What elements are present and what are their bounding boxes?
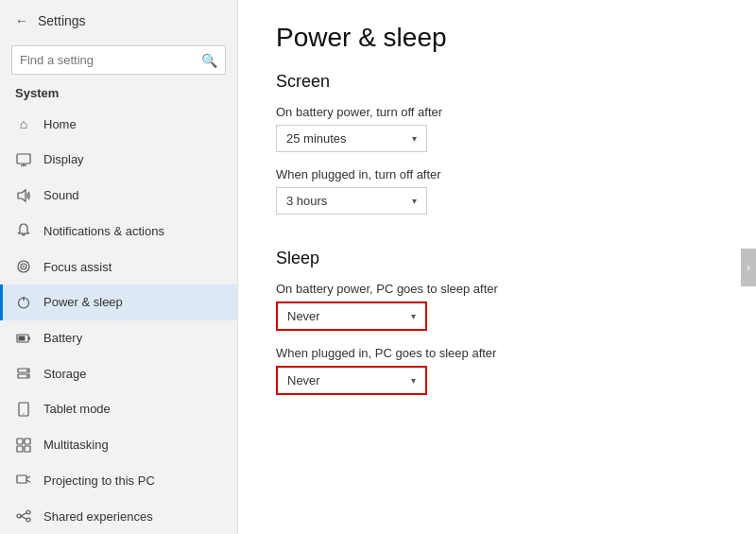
svg-line-28 bbox=[21, 513, 26, 516]
svg-point-14 bbox=[26, 370, 28, 371]
focus-icon bbox=[15, 258, 32, 275]
sidebar-item-label: Display bbox=[43, 152, 84, 166]
sidebar-item-label: Storage bbox=[43, 367, 87, 381]
svg-line-23 bbox=[26, 476, 30, 478]
page-title: Power & sleep bbox=[276, 23, 718, 53]
svg-rect-22 bbox=[17, 475, 26, 483]
back-button[interactable]: ← bbox=[15, 13, 28, 28]
search-icon[interactable]: 🔍 bbox=[201, 53, 217, 68]
svg-point-26 bbox=[26, 510, 30, 514]
screen-plugged-value: 3 hours bbox=[286, 194, 327, 208]
chevron-down-icon: ▾ bbox=[411, 375, 416, 386]
sidebar-item-label: Power & sleep bbox=[43, 295, 123, 309]
sidebar-header: ← Settings bbox=[0, 0, 237, 42]
sleep-plugged-value: Never bbox=[287, 373, 320, 388]
sidebar-item-label: Shared experiences bbox=[43, 509, 153, 524]
multitasking-icon bbox=[15, 437, 32, 454]
sidebar-item-storage[interactable]: Storage bbox=[0, 355, 237, 391]
sleep-battery-label: On battery power, PC goes to sleep after bbox=[276, 282, 718, 296]
screen-battery-label: On battery power, turn off after bbox=[276, 105, 718, 119]
svg-point-25 bbox=[17, 514, 21, 518]
svg-point-6 bbox=[23, 266, 25, 267]
sidebar-item-battery[interactable]: Battery bbox=[0, 320, 237, 356]
sidebar-item-label: Sound bbox=[43, 188, 79, 202]
sidebar-title: Settings bbox=[38, 13, 86, 28]
svg-point-27 bbox=[26, 518, 30, 522]
sleep-plugged-setting: When plugged in, PC goes to sleep after … bbox=[276, 346, 718, 395]
sidebar-item-projecting[interactable]: Projecting to this PC bbox=[0, 463, 237, 499]
sidebar-item-home[interactable]: ⌂ Home bbox=[0, 106, 237, 142]
chevron-down-icon: ▾ bbox=[411, 311, 416, 321]
tablet-icon bbox=[15, 401, 32, 418]
svg-rect-20 bbox=[17, 446, 23, 452]
sidebar-item-sound[interactable]: Sound bbox=[0, 178, 237, 214]
sidebar-item-label: Tablet mode bbox=[43, 402, 111, 416]
screen-plugged-setting: When plugged in, turn off after 3 hours … bbox=[276, 167, 718, 215]
sleep-battery-setting: On battery power, PC goes to sleep after… bbox=[276, 282, 718, 331]
screen-section-title: Screen bbox=[276, 72, 718, 92]
svg-rect-19 bbox=[25, 439, 30, 444]
sidebar-item-power[interactable]: Power & sleep bbox=[0, 284, 237, 320]
sidebar-item-label: Home bbox=[43, 117, 77, 131]
search-box[interactable]: 🔍 bbox=[11, 45, 226, 76]
svg-rect-21 bbox=[25, 446, 30, 452]
screen-plugged-dropdown[interactable]: 3 hours ▾ bbox=[276, 187, 427, 215]
search-input[interactable] bbox=[20, 53, 201, 67]
sidebar-item-label: Battery bbox=[43, 331, 82, 345]
storage-icon bbox=[15, 365, 32, 382]
expand-panel-button[interactable]: › bbox=[741, 249, 756, 286]
sleep-battery-dropdown[interactable]: Never ▾ bbox=[276, 301, 427, 331]
battery-icon bbox=[15, 330, 32, 347]
svg-rect-11 bbox=[19, 336, 26, 340]
sidebar-item-label: Notifications & actions bbox=[43, 224, 164, 238]
screen-battery-setting: On battery power, turn off after 25 minu… bbox=[276, 105, 718, 152]
sidebar-item-label: Multitasking bbox=[43, 438, 109, 452]
svg-rect-18 bbox=[17, 439, 23, 444]
chevron-down-icon: ▾ bbox=[412, 196, 417, 206]
main-content: Power & sleep Screen On battery power, t… bbox=[238, 0, 756, 534]
sidebar-item-shared[interactable]: Shared experiences bbox=[0, 498, 237, 534]
screen-plugged-label: When plugged in, turn off after bbox=[276, 167, 718, 181]
power-icon bbox=[15, 294, 32, 311]
sleep-section-title: Sleep bbox=[276, 249, 718, 268]
sidebar-item-tablet[interactable]: Tablet mode bbox=[0, 391, 237, 427]
shared-icon bbox=[15, 508, 32, 525]
sidebar-item-multitasking[interactable]: Multitasking bbox=[0, 427, 237, 463]
projecting-icon bbox=[15, 472, 32, 489]
sidebar-item-focus[interactable]: Focus assist bbox=[0, 249, 237, 284]
screen-battery-dropdown[interactable]: 25 minutes ▾ bbox=[276, 125, 427, 152]
sidebar-item-display[interactable]: Display bbox=[0, 142, 237, 178]
svg-marker-3 bbox=[18, 190, 26, 201]
svg-line-29 bbox=[21, 516, 26, 519]
sidebar: ← Settings 🔍 System ⌂ Home Display Sound… bbox=[0, 0, 238, 534]
sidebar-item-notifications[interactable]: Notifications & actions bbox=[0, 213, 237, 249]
svg-line-24 bbox=[26, 480, 30, 482]
screen-battery-value: 25 minutes bbox=[286, 131, 347, 146]
home-icon: ⌂ bbox=[15, 115, 32, 132]
system-label: System bbox=[0, 82, 237, 106]
display-icon bbox=[15, 151, 32, 168]
notifications-icon bbox=[15, 222, 32, 239]
svg-rect-0 bbox=[17, 154, 30, 164]
sidebar-item-label: Projecting to this PC bbox=[43, 474, 155, 488]
svg-rect-10 bbox=[28, 336, 30, 339]
sleep-plugged-label: When plugged in, PC goes to sleep after bbox=[276, 346, 718, 360]
sleep-plugged-dropdown[interactable]: Never ▾ bbox=[276, 366, 427, 395]
chevron-down-icon: ▾ bbox=[412, 133, 417, 144]
svg-point-15 bbox=[26, 375, 28, 377]
sidebar-item-label: Focus assist bbox=[43, 260, 112, 274]
sleep-battery-value: Never bbox=[287, 309, 320, 323]
sound-icon bbox=[15, 187, 32, 204]
